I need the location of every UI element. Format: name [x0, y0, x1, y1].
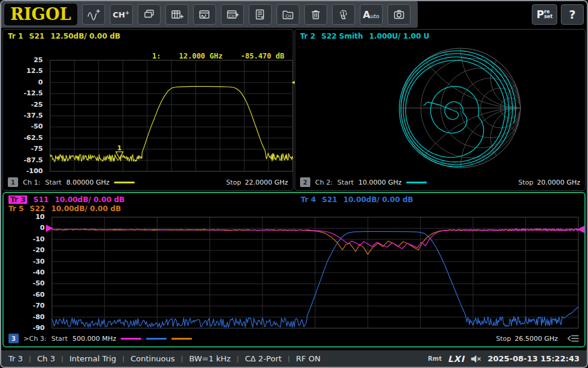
datetime: 2025-08-13 15:22:43 [488, 354, 580, 363]
trace4-meas: S21 [322, 195, 337, 204]
trace3-meas: S11 [33, 195, 48, 204]
trace1-header: Tr 1 S21 12.50dB/ 0.00 dB [8, 32, 120, 40]
camera-icon [392, 8, 406, 21]
ch1-start-value: 8.00000 GHz [66, 179, 110, 186]
ch1-trace-swatch [114, 182, 135, 183]
preset-icon: P [537, 8, 544, 21]
y-axis-tick: -50 [0, 279, 45, 287]
trace4-scale: 10.00dB/ 0.00 dB [344, 195, 414, 204]
trace3-active-badge: Tr 3 [8, 195, 27, 204]
trash-icon [309, 8, 322, 21]
y-axis-tick: -10 [0, 235, 45, 243]
ch2-start-value: 10.0000 GHz [359, 179, 402, 186]
analyzer-screen: RIGOL CH+ [0, 0, 588, 368]
trace5-name: Tr 5 [8, 205, 24, 213]
window-ch1[interactable]: Tr 1 S21 12.50dB/ 0.00 dB 1: 12.000 GHz … [2, 29, 293, 191]
ch3-channel-bar: 3 >Ch 3: Start500.000 MHz Stop26.5000 GH… [8, 333, 580, 344]
status-active-trace: Tr 3 [8, 354, 23, 363]
window-wave-icon [198, 8, 211, 21]
measure-setup-button[interactable] [165, 4, 188, 25]
ch3-y-axis: 100-10-20-30-40-50-60-70-80-90 [4, 217, 48, 328]
display-layout-button[interactable] [138, 4, 161, 25]
trace5-scale: 10.00dB/ 0.00 dB [51, 205, 121, 213]
trace1-name: Tr 1 [8, 32, 23, 40]
status-active-channel: Ch 3 [37, 354, 56, 363]
lxi-indicator: LXI [448, 354, 465, 364]
ch1-y-axis: 2512.50-12.5-25-37.5-50-62.5-75-87.5-100 [3, 60, 46, 171]
toolbar-left-group: RIGOL CH+ [1, 1, 418, 28]
menu-collapse-icon [567, 334, 580, 343]
status-right-group: Rmt LXI 2025-08-13 15:22:43 [428, 354, 580, 364]
window-channel-add-icon: CH [226, 8, 239, 21]
trace3-header: Tr 3 S11 10.00dB/ 0.00 dB [8, 195, 124, 204]
trace4-header: Tr 4 S21 10.00dB/ 0.00 dB [301, 195, 413, 204]
ch3-badge[interactable]: 3 [8, 334, 19, 343]
y-axis-tick: -50 [0, 122, 43, 130]
ch1-channel-bar: 1 Ch 1: Start8.00000 GHz Stop22.0000 GHz [8, 177, 288, 188]
y-axis-tick: -37.5 [0, 112, 43, 119]
ch2-smith-chart [295, 30, 586, 188]
svg-text:CH: CH [229, 14, 235, 19]
y-axis-tick: -12.5 [0, 89, 43, 97]
folder-ch-icon: CH [281, 8, 295, 21]
status-sweep-mode: Continuous [130, 354, 174, 363]
touch-icon [337, 8, 350, 21]
y-axis-tick: -75 [0, 145, 43, 153]
window-ch2[interactable]: Tr 2 S22 Smith 1.000U/ 1.00 U 2 Ch 2: St… [295, 29, 586, 191]
y-axis-tick: -100 [0, 167, 43, 175]
channel-window-button[interactable]: CH [221, 4, 244, 25]
add-trace-button[interactable] [82, 4, 105, 25]
status-bar: Tr 3 | Ch 3 | Internal Trig | Continuous… [1, 350, 587, 367]
layers-icon [142, 8, 156, 21]
status-trigger: Internal Trig [69, 354, 116, 363]
svg-text:1: 1 [117, 144, 122, 152]
y-axis-tick: -62.5 [0, 134, 43, 142]
collapse-menu-button[interactable] [567, 334, 580, 343]
screenshot-button[interactable] [388, 4, 411, 25]
ch3-trace5-swatch [171, 338, 192, 340]
y-axis-tick: -40 [0, 268, 45, 276]
y-axis-tick: -87.5 [0, 156, 43, 164]
ch1-plot: 1 [50, 60, 293, 171]
auto-scale-icon: Auto [363, 9, 379, 21]
speaker-mute-icon [471, 355, 482, 363]
ch2-trace-swatch [406, 182, 427, 183]
y-axis-tick: 0 [0, 224, 45, 232]
status-cal: CΔ 2-Port [245, 354, 282, 363]
file-checklist-icon [254, 8, 267, 21]
touch-button[interactable] [332, 4, 355, 25]
toolbar: RIGOL CH+ [1, 1, 587, 28]
ch1-trace-chart: 1 [50, 60, 293, 171]
ch3-trace3-swatch [121, 338, 141, 340]
ch2-stop-value: 20.0000 GHz [537, 179, 580, 186]
trace-window-button[interactable] [193, 4, 216, 25]
ch3-stop-value: 26.5000 GHz [514, 335, 558, 343]
toolbar-right-group: P reset ? [532, 4, 587, 25]
preset-button[interactable]: P reset [532, 4, 557, 25]
add-channel-button[interactable]: CH+ [110, 4, 133, 25]
help-icon: ? [569, 8, 575, 21]
ch1-label: Ch 1: [23, 179, 40, 186]
ch2-channel-bar: 2 Ch 2: Start10.0000 GHz Stop20.0000 GHz [300, 177, 580, 188]
trace1-scale: 12.50dB/ 0.00 dB [51, 32, 121, 40]
rigol-logo: RIGOL [4, 4, 77, 25]
cal-channel-button[interactable]: CH [276, 4, 299, 25]
wave-plus-icon [87, 8, 100, 21]
window-ch3-active[interactable]: Tr 3 S11 10.00dB/ 0.00 dB Tr 5 S22 10.00… [2, 192, 586, 347]
delete-button[interactable] [304, 4, 327, 25]
ch2-badge[interactable]: 2 [300, 177, 310, 187]
ch3-start-value: 500.000 MHz [72, 335, 117, 343]
ch3-plot [52, 217, 578, 328]
y-axis-tick: -25 [0, 101, 43, 109]
auto-scale-button[interactable]: Auto [360, 4, 383, 25]
ch1-badge[interactable]: 1 [8, 177, 18, 187]
y-axis-tick: -70 [0, 302, 45, 309]
y-axis-tick: 25 [0, 56, 43, 64]
table-add-icon [170, 8, 184, 21]
help-button[interactable]: ? [561, 4, 584, 25]
trace1-meas: S21 [29, 32, 44, 40]
trace3-scale: 10.00dB/ 0.00 dB [55, 195, 125, 204]
save-recall-button[interactable] [249, 4, 272, 25]
y-axis-tick: -90 [0, 324, 45, 332]
channel-add-icon: CH+ [113, 10, 130, 19]
